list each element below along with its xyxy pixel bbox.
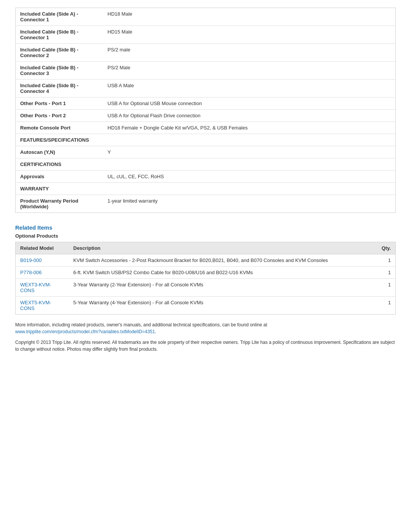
related-description: 3-Year Warranty (2-Year Extension) - For… bbox=[69, 279, 377, 297]
optional-products-label: Optional Products bbox=[15, 233, 396, 239]
related-qty: 1 bbox=[377, 279, 396, 297]
specs-label: Included Cable (Side A) - Connector 1 bbox=[16, 8, 103, 26]
related-model[interactable]: P778-006 bbox=[16, 267, 69, 279]
related-description: 5-Year Warranty (4-Year Extension) - For… bbox=[69, 297, 377, 315]
specs-value: 1-year limited warranty bbox=[103, 195, 396, 213]
related-description: KVM Switch Accessories - 2-Post Rackmoun… bbox=[69, 254, 377, 267]
specs-value: USB A for Optional USB Mouse connection bbox=[103, 97, 396, 110]
related-qty: 1 bbox=[377, 254, 396, 267]
related-description: 6-ft. KVM Switch USB/PS2 Combo Cable for… bbox=[69, 267, 377, 279]
specs-label: Autoscan (Y,N) bbox=[16, 146, 103, 158]
specs-label: Included Cable (Side B) - Connector 2 bbox=[16, 44, 103, 62]
footer-more-info: More information, including related prod… bbox=[15, 321, 396, 335]
footer-link[interactable]: www.tripplite.com/en/products/model.cfm?… bbox=[15, 329, 155, 334]
specs-row: Included Cable (Side B) - Connector 2PS/… bbox=[16, 44, 396, 62]
specs-row: Remote Console PortHD18 Female + Dongle … bbox=[16, 122, 396, 134]
specs-value: UL, cUL, CE, FCC, RoHS bbox=[103, 171, 396, 183]
specs-label: Other Ports - Port 2 bbox=[16, 110, 103, 122]
specs-row: Other Ports - Port 1USB A for Optional U… bbox=[16, 97, 396, 110]
related-model[interactable]: WEXT3-KVM-CONS bbox=[16, 279, 69, 297]
specs-value: HD18 Male bbox=[103, 8, 396, 26]
specs-value: HD18 Female + Dongle Cable Kit w/VGA, PS… bbox=[103, 122, 396, 134]
related-items-section: Related Items Optional Products Related … bbox=[15, 224, 396, 353]
related-qty: 1 bbox=[377, 267, 396, 279]
related-model[interactable]: WEXT5-KVM-CONS bbox=[16, 297, 69, 315]
specs-section-header: CERTIFICATIONS bbox=[16, 158, 396, 171]
specs-section-header: WARRANTY bbox=[16, 183, 396, 195]
specs-label: Remote Console Port bbox=[16, 122, 103, 134]
specs-row: Included Cable (Side A) - Connector 1HD1… bbox=[16, 8, 396, 26]
specs-row: Autoscan (Y,N)Y bbox=[16, 146, 396, 158]
specs-value: USB A Male bbox=[103, 80, 396, 97]
specs-label: Approvals bbox=[16, 171, 103, 183]
related-items-heading: Related Items bbox=[15, 224, 396, 231]
specs-value: PS/2 male bbox=[103, 44, 396, 62]
related-model[interactable]: B019-000 bbox=[16, 254, 69, 267]
description-header: Description bbox=[69, 242, 377, 254]
specs-label: Included Cable (Side B) - Connector 1 bbox=[16, 26, 103, 44]
related-row: P778-0066-ft. KVM Switch USB/PS2 Combo C… bbox=[16, 267, 396, 279]
specs-row: Other Ports - Port 2USB A for Optional F… bbox=[16, 110, 396, 122]
footer-more-info-text: More information, including related prod… bbox=[15, 322, 267, 328]
related-row: WEXT3-KVM-CONS3-Year Warranty (2-Year Ex… bbox=[16, 279, 396, 297]
specs-row: ApprovalsUL, cUL, CE, FCC, RoHS bbox=[16, 171, 396, 183]
specs-value: PS/2 Male bbox=[103, 62, 396, 80]
related-model-header: Related Model bbox=[16, 242, 69, 254]
specs-label: Product Warranty Period (Worldwide) bbox=[16, 195, 103, 213]
related-row: WEXT5-KVM-CONS5-Year Warranty (4-Year Ex… bbox=[16, 297, 396, 315]
specs-row: Product Warranty Period (Worldwide)1-yea… bbox=[16, 195, 396, 213]
related-row: B019-000KVM Switch Accessories - 2-Post … bbox=[16, 254, 396, 267]
related-qty: 1 bbox=[377, 297, 396, 315]
copyright-text: Copyright © 2013 Tripp Lite. All rights … bbox=[15, 339, 396, 353]
specs-label: Included Cable (Side B) - Connector 4 bbox=[16, 80, 103, 97]
specs-row: Included Cable (Side B) - Connector 4USB… bbox=[16, 80, 396, 97]
specs-label: Included Cable (Side B) - Connector 3 bbox=[16, 62, 103, 80]
specs-table: Included Cable (Side A) - Connector 1HD1… bbox=[15, 8, 396, 213]
specs-row: Included Cable (Side B) - Connector 3PS/… bbox=[16, 62, 396, 80]
specs-section-header: FEATURES/SPECIFICATIONS bbox=[16, 134, 396, 146]
specs-value: HD15 Male bbox=[103, 26, 396, 44]
related-items-table: Related Model Description Qty. B019-000K… bbox=[15, 242, 396, 315]
specs-value: Y bbox=[103, 146, 396, 158]
specs-value: USB A for Optional Flash Drive connectio… bbox=[103, 110, 396, 122]
specs-label: Other Ports - Port 1 bbox=[16, 97, 103, 110]
qty-header: Qty. bbox=[377, 242, 396, 254]
specs-row: Included Cable (Side B) - Connector 1HD1… bbox=[16, 26, 396, 44]
